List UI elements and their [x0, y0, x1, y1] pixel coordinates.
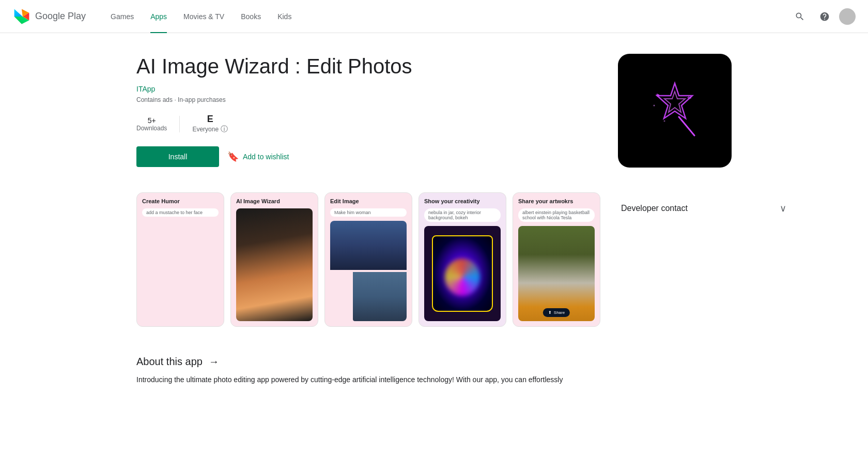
nav-movies-tv[interactable]: Movies & TV — [175, 0, 233, 33]
app-icon-container — [618, 54, 732, 168]
screenshot-share-image: ⬆ Share — [518, 226, 595, 321]
app-actions: Install 🔖 Add to wishlist — [136, 146, 597, 167]
logo-text: Google Play — [35, 11, 86, 22]
nav-games[interactable]: Games — [102, 0, 142, 33]
screenshot-edit-image — [330, 221, 407, 321]
content-rating-value: E — [207, 114, 213, 125]
screenshot-wizard-image — [236, 208, 313, 321]
install-button[interactable]: Install — [136, 146, 219, 167]
wishlist-button[interactable]: 🔖 Add to wishlist — [227, 151, 289, 162]
screenshot-creativity[interactable]: Show your creativity nebula in jar, cozy… — [419, 192, 506, 327]
main-nav: Games Apps Movies & TV Books Kids — [102, 0, 789, 33]
sidebar-column: Developer contact ∨ — [621, 192, 786, 385]
app-meta: Contains ads · In-app purchases — [136, 96, 597, 103]
screenshot-edit[interactable]: Edit Image Make him woman — [324, 192, 412, 327]
screenshot-creativity-prompt: nebula in jar, cozy interior background,… — [424, 208, 501, 222]
downloads-value: 5+ — [148, 116, 156, 125]
screenshot-humor-prompt: add a mustache to her face — [142, 208, 219, 217]
svg-point-8 — [654, 105, 655, 107]
svg-point-10 — [664, 120, 665, 122]
nav-books[interactable]: Books — [233, 0, 269, 33]
content-rating-label: Everyone ⓘ — [192, 125, 228, 134]
svg-marker-4 — [657, 83, 692, 118]
nav-kids[interactable]: Kids — [269, 0, 300, 33]
woman-figure-image — [353, 272, 407, 321]
content-with-sidebar: Create Humor add a mustache to her face — [136, 192, 732, 385]
bookmark-icon: 🔖 — [227, 151, 239, 162]
downloads-stat: 5+ Downloads — [136, 116, 167, 132]
screenshot-humor-title: Create Humor — [142, 198, 219, 204]
screenshots-section: Create Humor add a mustache to her face — [136, 192, 600, 331]
developer-contact-section: Developer contact ∨ — [621, 197, 786, 220]
chevron-down-icon: ∨ — [780, 203, 786, 214]
screenshot-share-prompt: albert einstein playing basketball schoo… — [518, 208, 595, 222]
stat-divider — [179, 116, 180, 132]
google-play-logo[interactable]: Google Play — [12, 7, 86, 26]
main-column: Create Humor add a mustache to her face — [136, 192, 600, 385]
app-icon — [618, 54, 732, 168]
screenshot-wizard[interactable]: AI Image Wizard — [230, 192, 318, 327]
share-button-overlay: ⬆ Share — [543, 308, 570, 317]
nav-apps[interactable]: Apps — [142, 0, 175, 33]
header: Google Play Games Apps Movies & TV Books… — [0, 0, 868, 33]
screenshot-creativity-image — [424, 226, 501, 321]
developer-contact-header[interactable]: Developer contact ∨ — [621, 197, 786, 220]
woman-portrait-image — [236, 208, 313, 321]
galaxy-jar-image — [432, 235, 493, 311]
screenshot-share[interactable]: Share your artwokrs albert einstein play… — [513, 192, 600, 327]
app-stats: 5+ Downloads E Everyone ⓘ — [136, 114, 597, 134]
about-description: Introducing the ultimate photo editing a… — [136, 374, 600, 385]
rating-stat: E Everyone ⓘ — [192, 114, 228, 134]
app-info: AI Image Wizard : Edit Photos ITApp Cont… — [136, 54, 597, 168]
about-section: About this app → Introducing the ultimat… — [136, 356, 600, 385]
screenshot-share-title: Share your artwokrs — [518, 198, 595, 204]
app-hero: AI Image Wizard : Edit Photos ITApp Cont… — [136, 54, 732, 168]
screenshot-wizard-title: AI Image Wizard — [236, 198, 313, 204]
downloads-label: Downloads — [136, 125, 167, 132]
developer-contact-title: Developer contact — [621, 204, 688, 213]
play-logo-icon — [12, 7, 31, 26]
magic-wand-icon — [639, 74, 711, 147]
screenshot-edit-prompt: Make him woman — [330, 208, 407, 217]
search-button[interactable] — [789, 6, 810, 27]
header-actions — [789, 6, 856, 27]
user-avatar[interactable] — [839, 8, 856, 25]
screenshot-creativity-title: Show your creativity — [424, 198, 501, 204]
about-arrow[interactable]: → — [209, 356, 219, 368]
search-icon — [795, 11, 805, 22]
help-button[interactable] — [814, 6, 835, 27]
help-icon — [819, 11, 830, 22]
screenshots-container: Create Humor add a mustache to her face — [136, 192, 600, 331]
screenshot-edit-title: Edit Image — [330, 198, 407, 204]
app-developer[interactable]: ITApp — [136, 85, 597, 93]
app-title: AI Image Wizard : Edit Photos — [136, 54, 597, 79]
svg-marker-0 — [14, 9, 23, 16]
about-title: About this app — [136, 356, 203, 368]
about-header: About this app → — [136, 356, 600, 368]
screenshot-humor-image — [142, 221, 219, 321]
main-content: AI Image Wizard : Edit Photos ITApp Cont… — [124, 33, 744, 406]
screenshot-humor[interactable]: Create Humor add a mustache to her face — [136, 192, 224, 327]
man-figure-image — [330, 221, 407, 270]
content-rating-info-icon[interactable]: ⓘ — [221, 125, 228, 134]
galaxy-swirl — [445, 259, 481, 296]
